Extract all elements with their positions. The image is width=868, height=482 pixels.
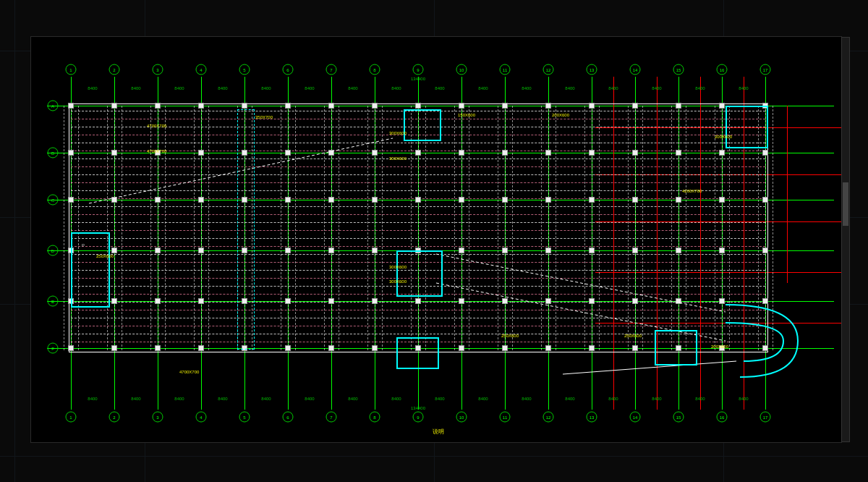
column-node	[242, 103, 247, 109]
grid-bubble: 1	[66, 412, 77, 423]
column-node	[762, 345, 768, 351]
column-node	[68, 103, 74, 109]
column-node	[589, 150, 595, 156]
column-node	[762, 150, 768, 156]
scrollbar-thumb[interactable]	[843, 182, 848, 226]
column-node	[502, 345, 508, 351]
dimension-text: 8400	[652, 86, 661, 90]
grid-bubble: E	[48, 296, 59, 307]
dimension-text: 8400	[522, 397, 531, 401]
column-node	[502, 103, 508, 109]
column-node	[459, 150, 464, 156]
grid-bubble: 5	[239, 64, 250, 75]
stair-core-5	[655, 330, 697, 365]
beam-label: 200X600	[715, 135, 732, 139]
stair-core-4	[396, 337, 439, 369]
grid-bubble: 13	[587, 412, 597, 423]
column-node	[589, 298, 595, 304]
dimension-text: 8400	[435, 86, 444, 90]
column-node	[632, 248, 638, 253]
column-node	[285, 298, 291, 304]
beam-label: 4200X700	[682, 189, 702, 193]
column-node	[719, 248, 725, 253]
column-node	[198, 150, 204, 156]
beam-label: 300X600	[389, 131, 407, 135]
column-node	[285, 197, 291, 203]
beam-label: 350X700	[255, 115, 273, 119]
grid-bubble: 4	[196, 64, 207, 75]
column-node	[502, 150, 508, 156]
column-node	[285, 345, 291, 351]
column-node	[502, 197, 508, 203]
cad-viewport[interactable]: 1234567891011121314151617 12345678910111…	[30, 36, 842, 443]
dimension-text: 8400	[174, 397, 184, 401]
column-node	[372, 150, 378, 156]
column-node	[415, 150, 421, 156]
dimension-text: 8400	[478, 86, 488, 90]
column-node	[545, 345, 551, 351]
column-node	[111, 150, 117, 156]
column-node	[676, 150, 681, 156]
dimension-text: 8400	[565, 86, 574, 90]
column-node	[328, 345, 334, 351]
dimension-text: 8400	[739, 86, 748, 90]
dimension-text: 8400	[261, 86, 271, 90]
column-node	[589, 345, 595, 351]
grid-bubble: 11	[500, 64, 511, 75]
column-node	[328, 197, 334, 203]
total-dim-bottom: 134400	[411, 406, 425, 410]
beam-label: 300X600	[389, 265, 407, 269]
dimension-text: 8400	[131, 397, 140, 401]
grid-bubble: 15	[673, 64, 684, 75]
grid-bubble: A	[48, 101, 59, 111]
dimension-text: 8400	[305, 86, 314, 90]
grid-bubble: 15	[673, 412, 684, 423]
grid-bubble: 3	[153, 412, 163, 423]
column-node	[372, 197, 378, 203]
grid-bubble: D	[48, 245, 59, 256]
grid-bubble: 6	[283, 412, 294, 423]
dimension-text: 8400	[391, 397, 401, 401]
grid-bubble: 11	[500, 412, 511, 423]
column-node	[372, 103, 378, 109]
vertical-scrollbar[interactable]	[841, 37, 850, 442]
floor-plan-drawing: 1234567891011121314151617 12345678910111…	[31, 37, 841, 442]
column-node	[198, 197, 204, 203]
dimension-text: 8400	[652, 397, 661, 401]
grid-bubble: 6	[283, 64, 294, 75]
column-node	[155, 248, 161, 253]
beam-label: 200X600	[552, 113, 569, 117]
column-node	[68, 150, 74, 156]
opening-vertical	[237, 109, 255, 350]
column-node	[155, 345, 161, 351]
column-node	[198, 103, 204, 109]
grid-bubble: 10	[456, 412, 467, 423]
column-node	[719, 150, 725, 156]
beam-label: 250X600	[501, 334, 519, 338]
column-node	[328, 103, 334, 109]
column-node	[676, 298, 681, 304]
dimension-text: 8400	[435, 397, 444, 401]
column-node	[589, 197, 595, 203]
column-node	[111, 197, 117, 203]
stair-core-3	[396, 250, 443, 297]
grid-bubble: 14	[630, 64, 641, 75]
column-node	[459, 345, 464, 351]
stair-core-6	[726, 106, 768, 148]
column-node	[589, 103, 595, 109]
beam-label: 300X600	[389, 279, 407, 284]
beam-label: 150X600	[458, 113, 475, 117]
column-node	[155, 103, 161, 109]
column-node	[676, 197, 681, 203]
column-node	[502, 298, 508, 304]
dimension-text: 8400	[218, 86, 227, 90]
grid-bubble: 9	[413, 64, 424, 75]
grid-bubble: 17	[760, 412, 771, 423]
column-node	[459, 298, 464, 304]
dimension-text: 8400	[391, 86, 401, 90]
beam-label: 4700X700	[147, 124, 166, 128]
grid-bubble: 9	[413, 412, 424, 423]
dimension-text: 8400	[88, 86, 97, 90]
column-node	[328, 298, 334, 304]
grid-bubble: 8	[370, 412, 380, 423]
